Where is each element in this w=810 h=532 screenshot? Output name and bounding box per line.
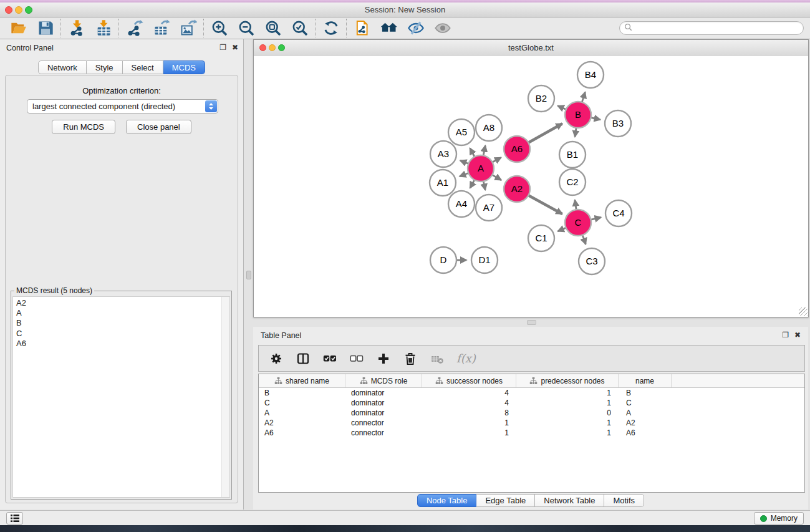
deselect-all-icon[interactable] bbox=[349, 351, 364, 366]
table-panel: Table Panel ❐ ✖ f(x) shared nameMCDS rol… bbox=[253, 327, 808, 510]
toolbar-separator bbox=[203, 19, 204, 37]
search-input[interactable] bbox=[632, 22, 803, 34]
control-panel: Control Panel ❐ ✖ NetworkStyleSelectMCDS… bbox=[0, 39, 244, 510]
column-header-filler bbox=[672, 374, 804, 387]
column-header-shared-name[interactable]: shared name bbox=[259, 374, 345, 387]
function-builder-icon[interactable]: f(x) bbox=[456, 352, 476, 365]
memory-button[interactable]: Memory bbox=[754, 512, 804, 525]
graph-node-label: A2 bbox=[511, 183, 523, 194]
refresh-layout-icon[interactable] bbox=[317, 18, 344, 38]
zoom-fit-icon[interactable] bbox=[259, 18, 286, 38]
export-image-icon[interactable] bbox=[175, 18, 201, 38]
tab-network-table[interactable]: Network Table bbox=[535, 494, 604, 507]
export-table-icon[interactable] bbox=[148, 18, 175, 38]
table-cell: 4 bbox=[422, 389, 516, 397]
add-column-icon[interactable] bbox=[376, 351, 391, 366]
column-header-mcds-role[interactable]: MCDS role bbox=[345, 374, 422, 387]
table-row[interactable]: Adominator80A bbox=[259, 408, 804, 418]
control-panel-title: Control Panel bbox=[6, 44, 54, 52]
zoom-in-icon[interactable] bbox=[206, 18, 233, 38]
criterion-dropdown[interactable]: largest connected component (directed) bbox=[27, 99, 218, 114]
close-panel-icon[interactable]: ✖ bbox=[794, 331, 801, 339]
graph-nodes: B4B2BB3A8A5A6A3B1AC2A1A2A4A7C4CC1DD1C3 bbox=[430, 62, 632, 274]
mcds-result-list-container: A2ABCA6 bbox=[12, 296, 230, 498]
dropdown-stepper-icon[interactable] bbox=[205, 100, 217, 112]
column-label: successor nodes bbox=[446, 377, 503, 385]
graph-node-label: A4 bbox=[456, 198, 467, 209]
mcds-result-title: MCDS result (5 nodes) bbox=[14, 286, 94, 295]
graph-node-label: B bbox=[575, 109, 581, 120]
app-titlebar: Session: New Session bbox=[0, 2, 810, 17]
graph-edge[interactable] bbox=[528, 123, 562, 143]
vertical-split-grip[interactable] bbox=[246, 271, 251, 279]
table-settings-icon[interactable] bbox=[269, 351, 284, 366]
tab-style[interactable]: Style bbox=[87, 60, 123, 74]
table-cell: A2 bbox=[619, 418, 672, 427]
import-network-icon[interactable] bbox=[63, 18, 90, 38]
mcds-result-item[interactable]: A bbox=[16, 308, 229, 318]
table-cell: 0 bbox=[516, 409, 619, 417]
select-all-icon[interactable] bbox=[322, 351, 337, 366]
window-resize-grip[interactable] bbox=[799, 307, 808, 316]
column-label: name bbox=[635, 377, 654, 385]
column-visibility-icon[interactable] bbox=[296, 351, 311, 366]
toolbar-separator bbox=[315, 19, 316, 37]
tab-node-table[interactable]: Node Table bbox=[417, 494, 477, 507]
mcds-result-item[interactable]: A2 bbox=[16, 298, 229, 308]
toolbar-separator bbox=[118, 19, 119, 37]
column-header-successor-nodes[interactable]: successor nodes bbox=[422, 374, 516, 387]
toolbar-separator bbox=[346, 19, 347, 37]
app-window: Session: New Session Control Panel bbox=[0, 2, 810, 525]
column-header-name[interactable]: name bbox=[619, 374, 672, 387]
horizontal-split-grip[interactable] bbox=[527, 320, 536, 325]
graph-node-label: B1 bbox=[567, 149, 578, 160]
column-header-predecessor-nodes[interactable]: predecessor nodes bbox=[516, 374, 619, 387]
close-panel-button[interactable]: Close panel bbox=[126, 120, 191, 134]
tab-select[interactable]: Select bbox=[123, 60, 163, 74]
table-body: Bdominator41BCdominator41CAdominator80AA… bbox=[259, 388, 804, 438]
network-window-title: testGlobe.txt bbox=[254, 43, 808, 52]
duplicate-network-icon[interactable] bbox=[349, 18, 375, 38]
column-type-icon bbox=[529, 377, 538, 385]
float-panel-icon[interactable]: ❐ bbox=[219, 43, 226, 52]
table-cell: 1 bbox=[516, 389, 619, 397]
task-history-button[interactable] bbox=[6, 512, 23, 525]
delete-column-icon[interactable] bbox=[403, 351, 418, 366]
memory-status-icon bbox=[760, 515, 767, 522]
column-label: predecessor nodes bbox=[541, 377, 604, 385]
table-row[interactable]: A6connector11A6 bbox=[259, 428, 804, 438]
zoom-selected-icon[interactable] bbox=[286, 18, 313, 38]
table-cell: dominator bbox=[345, 389, 422, 397]
tab-motifs[interactable]: Motifs bbox=[604, 494, 644, 507]
network-window: testGlobe.txt B4B2BB3A8A5A6A3B1AC2A1A2A4… bbox=[253, 39, 809, 317]
graph-node-label: A3 bbox=[438, 148, 449, 159]
float-panel-icon[interactable]: ❐ bbox=[782, 331, 789, 339]
graph-edge[interactable] bbox=[528, 195, 562, 214]
search-box[interactable] bbox=[619, 21, 804, 35]
show-all-icon[interactable] bbox=[429, 18, 456, 38]
tab-network[interactable]: Network bbox=[38, 60, 87, 74]
graph-node-label: A6 bbox=[511, 143, 523, 154]
result-scrollbar[interactable] bbox=[221, 297, 229, 497]
delete-table-icon[interactable] bbox=[430, 351, 445, 366]
first-neighbors-icon[interactable] bbox=[375, 18, 402, 38]
mcds-result-item[interactable]: C bbox=[16, 329, 229, 339]
tab-edge-table[interactable]: Edge Table bbox=[476, 494, 535, 507]
zoom-out-icon[interactable] bbox=[233, 18, 259, 38]
criterion-label: Optimization criterion: bbox=[6, 86, 238, 95]
close-panel-icon[interactable]: ✖ bbox=[232, 43, 238, 52]
mcds-result-item[interactable]: A6 bbox=[16, 339, 229, 349]
run-mcds-button[interactable]: Run MCDS bbox=[52, 120, 115, 134]
import-table-icon[interactable] bbox=[90, 18, 117, 38]
network-window-titlebar[interactable]: testGlobe.txt bbox=[254, 40, 808, 56]
tab-mcds[interactable]: MCDS bbox=[163, 60, 205, 74]
table-row[interactable]: A2connector11A2 bbox=[259, 418, 804, 428]
table-row[interactable]: Cdominator41C bbox=[259, 398, 804, 408]
save-session-icon[interactable] bbox=[32, 18, 59, 38]
network-canvas[interactable]: B4B2BB3A8A5A6A3B1AC2A1A2A4A7C4CC1DD1C3 bbox=[254, 56, 808, 317]
hide-selected-icon[interactable] bbox=[402, 18, 429, 38]
export-network-icon[interactable] bbox=[121, 18, 148, 38]
mcds-result-item[interactable]: B bbox=[16, 318, 229, 328]
table-row[interactable]: Bdominator41B bbox=[259, 388, 804, 398]
open-session-icon[interactable] bbox=[5, 18, 32, 38]
